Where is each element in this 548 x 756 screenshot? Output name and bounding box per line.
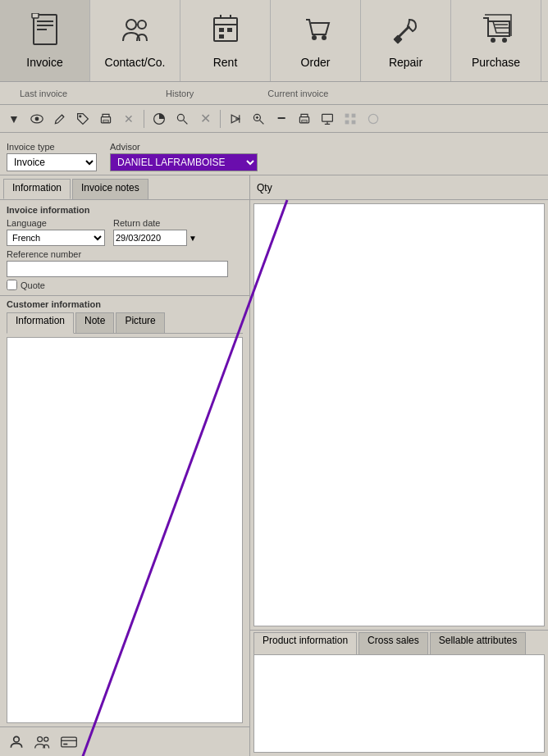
persons-btn[interactable] [31, 731, 54, 754]
svg-line-35 [260, 120, 264, 124]
reference-group: Reference number [7, 249, 243, 277]
tab-invoice-notes[interactable]: Invoice notes [72, 179, 148, 199]
svg-rect-13 [219, 34, 224, 39]
sep2 [220, 110, 221, 128]
dropdown-btn[interactable]: ▼ [3, 108, 25, 130]
svg-point-50 [14, 736, 20, 742]
reference-input[interactable] [7, 261, 228, 277]
toolbar-order-label: Order [301, 56, 331, 69]
toolbar-purchase[interactable]: Purchase [451, 0, 541, 81]
screen-btn[interactable] [317, 108, 338, 130]
tab-cross-sales[interactable]: Cross sales [358, 632, 428, 654]
date-dropdown-btn[interactable]: ▼ [189, 234, 197, 243]
customer-tab-note[interactable]: Note [75, 312, 114, 333]
return-date-label: Return date [113, 218, 197, 228]
toolbar-invoice-label: Invoice [26, 56, 62, 69]
tab-information[interactable]: Information [3, 179, 71, 199]
top-toolbar: Invoice Contact/Co. [0, 0, 548, 82]
language-label: Language [7, 218, 105, 228]
return-date-group: Return date ▼ [113, 218, 197, 246]
print2-btn[interactable] [294, 108, 315, 130]
svg-point-52 [44, 737, 48, 741]
svg-rect-44 [352, 113, 356, 117]
rent-icon [209, 13, 242, 51]
invoice-type-group: Invoice type Invoice [7, 142, 97, 171]
delete-btn[interactable]: ✕ [118, 108, 139, 130]
card-btn[interactable] [57, 731, 80, 754]
form-row: Invoice type Invoice Advisor DANIEL LAFR… [0, 133, 548, 175]
reference-label: Reference number [7, 249, 243, 259]
svg-point-51 [38, 736, 43, 741]
contact-icon [119, 13, 152, 51]
toolbar-rent-label: Rent [213, 56, 238, 69]
return-date-input[interactable] [113, 230, 187, 246]
minus-btn[interactable]: − [271, 108, 292, 130]
invoice-info-section: Invoice information Language French Retu… [0, 200, 249, 296]
svg-line-25 [62, 115, 63, 116]
print-btn[interactable] [95, 108, 116, 130]
invoice-info-title: Invoice information [7, 205, 243, 215]
customer-content-area [7, 337, 243, 723]
toolbar-contact[interactable]: Contact/Co. [90, 0, 180, 81]
bottom-tab-bar: Product information Cross sales Sellable… [250, 630, 548, 654]
language-date-row: Language French Return date ▼ [7, 218, 243, 246]
language-select[interactable]: French [7, 230, 105, 246]
share-btn[interactable] [225, 108, 246, 130]
advisor-select[interactable]: DANIEL LAFRAMBOISE [110, 153, 258, 171]
grid-btn [340, 108, 361, 130]
zoom-btn[interactable] [248, 108, 269, 130]
icon-toolbar: ▼ ✕ ✕ − [0, 105, 548, 133]
svg-point-24 [35, 116, 39, 121]
svg-line-31 [184, 120, 188, 124]
last-invoice-label: Last invoice [20, 89, 67, 98]
qty-header: Qty [250, 175, 548, 200]
customer-tab-information[interactable]: Information [7, 312, 74, 334]
svg-rect-40 [322, 114, 333, 121]
language-group: Language French [7, 218, 105, 246]
person-btn[interactable] [5, 731, 28, 754]
repair-icon [390, 13, 422, 51]
svg-rect-4 [32, 13, 39, 18]
svg-point-5 [126, 20, 136, 30]
invoice-type-label: Invoice type [7, 142, 97, 152]
customer-info-section: Customer information Information Note Pi… [0, 296, 249, 726]
svg-rect-55 [63, 743, 67, 745]
svg-point-15 [322, 35, 327, 40]
toolbar-rent[interactable]: Rent [180, 0, 271, 81]
toolbar-repair-label: Repair [389, 56, 422, 69]
invoice-icon [29, 13, 62, 51]
qty-label: Qty [257, 182, 272, 194]
tag-btn[interactable] [72, 108, 94, 130]
toolbar-invoice[interactable]: Invoice [0, 0, 90, 81]
svg-rect-39 [302, 120, 307, 121]
svg-point-47 [368, 114, 377, 123]
quote-checkbox[interactable] [7, 280, 17, 290]
customer-tab-picture[interactable]: Picture [116, 312, 164, 333]
toolbar-order[interactable]: Order [271, 0, 361, 81]
history-pie-btn[interactable] [148, 108, 170, 130]
invoice-lines-area[interactable] [253, 203, 545, 626]
main-tab-bar: Information Invoice notes [0, 175, 249, 200]
invoice-type-select[interactable]: Invoice [7, 153, 97, 171]
svg-rect-28 [103, 120, 108, 121]
view-btn[interactable] [26, 108, 48, 130]
tab-sellable-attributes[interactable]: Sellable attributes [430, 632, 526, 654]
svg-rect-45 [345, 120, 349, 124]
history-label: History [166, 89, 194, 98]
toolbar-purchase-label: Purchase [472, 56, 520, 69]
purchase-icon [480, 13, 513, 51]
tab-product-information[interactable]: Product information [253, 632, 357, 654]
svg-rect-53 [62, 737, 77, 747]
current-invoice-label: Current invoice [267, 89, 328, 98]
svg-point-26 [79, 115, 81, 117]
svg-point-20 [502, 38, 507, 43]
history-clear-btn[interactable]: ✕ [194, 108, 216, 130]
customer-info-title: Customer information [7, 299, 243, 309]
toolbar-repair[interactable]: Repair [361, 0, 451, 81]
order-icon [299, 13, 332, 51]
edit-btn[interactable] [49, 108, 71, 130]
history-search-btn[interactable] [171, 108, 193, 130]
svg-point-30 [177, 114, 184, 121]
svg-point-14 [312, 35, 317, 40]
toolbar-contact-label: Contact/Co. [105, 56, 166, 69]
